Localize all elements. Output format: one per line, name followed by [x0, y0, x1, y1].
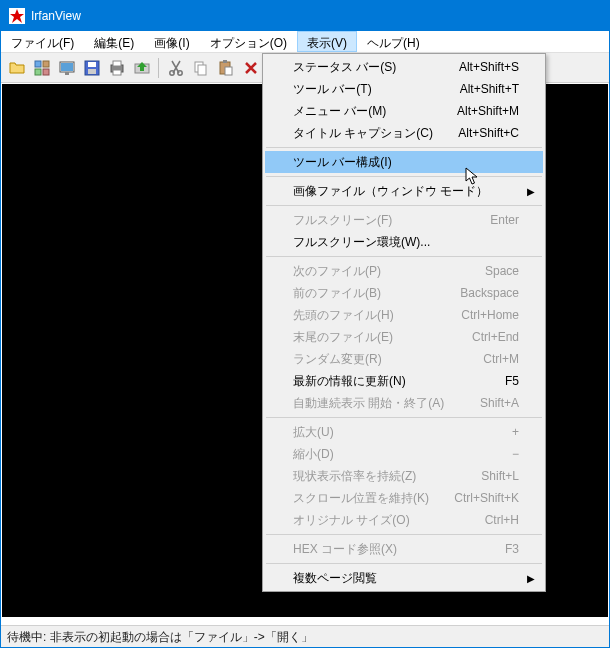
menu-image[interactable]: 画像(I): [144, 31, 199, 52]
menu-shortcut: Enter: [490, 213, 519, 227]
copy-button[interactable]: [189, 56, 212, 79]
menu-shortcut: Ctrl+Home: [461, 308, 519, 322]
menu-item[interactable]: ツール バー(T)Alt+Shift+T: [265, 78, 543, 100]
svg-rect-9: [88, 62, 96, 67]
menu-item: 拡大(U)+: [265, 421, 543, 443]
menu-item-label: 現状表示倍率を持続(Z): [293, 468, 416, 485]
svg-rect-10: [88, 69, 96, 74]
menu-shortcut: −: [512, 447, 519, 461]
svg-rect-1: [35, 61, 41, 67]
menu-shortcut: Shift+A: [480, 396, 519, 410]
menu-item[interactable]: タイトル キャプション(C)Alt+Shift+C: [265, 122, 543, 144]
menu-item[interactable]: 最新の情報に更新(N)F5: [265, 370, 543, 392]
menu-item: 前のファイル(B)Backspace: [265, 282, 543, 304]
menu-separator: [266, 534, 542, 535]
menu-item[interactable]: メニュー バー(M)Alt+Shift+M: [265, 100, 543, 122]
menu-shortcut: Ctrl+Shift+K: [454, 491, 519, 505]
slideshow-button[interactable]: [55, 56, 78, 79]
menu-item: フルスクリーン(F)Enter: [265, 209, 543, 231]
menu-shortcut: Alt+Shift+S: [459, 60, 519, 74]
title-bar: IrfanView: [1, 1, 609, 31]
svg-rect-12: [113, 61, 121, 66]
svg-rect-4: [43, 69, 49, 75]
menu-item-label: 次のファイル(P): [293, 263, 381, 280]
print-button[interactable]: [105, 56, 128, 79]
menu-item: 縮小(D)−: [265, 443, 543, 465]
menu-item: 現状表示倍率を持続(Z)Shift+L: [265, 465, 543, 487]
view-menu-dropdown: ステータス バー(S)Alt+Shift+Sツール バー(T)Alt+Shift…: [262, 53, 546, 592]
menu-item-label: タイトル キャプション(C): [293, 125, 433, 142]
menu-item: HEX コード参照(X)F3: [265, 538, 543, 560]
menu-shortcut: Backspace: [460, 286, 519, 300]
app-icon: [9, 8, 25, 24]
menu-item-label: 拡大(U): [293, 424, 334, 441]
menu-item: スクロール位置を維持(K)Ctrl+Shift+K: [265, 487, 543, 509]
menu-item: 先頭のファイル(H)Ctrl+Home: [265, 304, 543, 326]
menu-shortcut: F5: [505, 374, 519, 388]
menu-bar: ファイル(F) 編集(E) 画像(I) オプション(O) 表示(V) ヘルプ(H…: [1, 31, 609, 53]
menu-item-label: ツール バー(T): [293, 81, 372, 98]
menu-shortcut: Shift+L: [481, 469, 519, 483]
menu-separator: [266, 417, 542, 418]
menu-view[interactable]: 表示(V): [297, 31, 357, 52]
menu-item[interactable]: ステータス バー(S)Alt+Shift+S: [265, 56, 543, 78]
menu-item[interactable]: ツール バー構成(I): [265, 151, 543, 173]
menu-item: 次のファイル(P)Space: [265, 260, 543, 282]
svg-rect-2: [43, 61, 49, 67]
cut-button[interactable]: [164, 56, 187, 79]
status-text: 待機中: 非表示の初起動の場合は「ファイル」->「開く」: [7, 630, 313, 644]
menu-item-label: フルスクリーン(F): [293, 212, 392, 229]
menu-item-label: 先頭のファイル(H): [293, 307, 394, 324]
svg-rect-3: [35, 69, 41, 75]
svg-rect-20: [223, 60, 227, 63]
menu-item-label: フルスクリーン環境(W)...: [293, 234, 430, 251]
svg-rect-7: [65, 72, 69, 75]
menu-item-label: ツール バー構成(I): [293, 154, 392, 171]
menu-item-label: オリジナル サイズ(O): [293, 512, 410, 529]
menu-separator: [266, 176, 542, 177]
save-button[interactable]: [80, 56, 103, 79]
svg-point-16: [177, 70, 181, 74]
svg-rect-6: [61, 63, 73, 71]
menu-item: 自動連続表示 開始・終了(A)Shift+A: [265, 392, 543, 414]
menu-item[interactable]: フルスクリーン環境(W)...: [265, 231, 543, 253]
submenu-arrow-icon: ▶: [527, 573, 535, 584]
acquire-button[interactable]: [130, 56, 153, 79]
menu-shortcut: Ctrl+End: [472, 330, 519, 344]
menu-item-label: HEX コード参照(X): [293, 541, 397, 558]
svg-rect-18: [198, 65, 206, 75]
status-bar: 待機中: 非表示の初起動の場合は「ファイル」->「開く」: [1, 625, 609, 647]
svg-rect-13: [113, 70, 121, 75]
menu-shortcut: F3: [505, 542, 519, 556]
menu-item[interactable]: 複数ページ閲覧▶: [265, 567, 543, 589]
menu-item-label: 末尾のファイル(E): [293, 329, 393, 346]
menu-item-label: ステータス バー(S): [293, 59, 396, 76]
svg-point-15: [169, 70, 173, 74]
menu-item-label: スクロール位置を維持(K): [293, 490, 429, 507]
menu-help[interactable]: ヘルプ(H): [357, 31, 430, 52]
menu-edit[interactable]: 編集(E): [84, 31, 144, 52]
menu-item-label: ランダム変更(R): [293, 351, 382, 368]
submenu-arrow-icon: ▶: [527, 186, 535, 197]
menu-shortcut: Alt+Shift+C: [458, 126, 519, 140]
menu-item: 末尾のファイル(E)Ctrl+End: [265, 326, 543, 348]
toolbar-separator: [158, 58, 159, 78]
menu-separator: [266, 256, 542, 257]
menu-shortcut: Ctrl+M: [483, 352, 519, 366]
menu-item-label: 複数ページ閲覧: [293, 570, 377, 587]
menu-item[interactable]: 画像ファイル（ウィンドウ モード）▶: [265, 180, 543, 202]
menu-separator: [266, 147, 542, 148]
menu-shortcut: +: [512, 425, 519, 439]
menu-shortcut: Alt+Shift+M: [457, 104, 519, 118]
menu-item-label: 縮小(D): [293, 446, 334, 463]
paste-button[interactable]: [214, 56, 237, 79]
menu-item-label: 画像ファイル（ウィンドウ モード）: [293, 183, 488, 200]
menu-options[interactable]: オプション(O): [200, 31, 297, 52]
delete-button[interactable]: [239, 56, 262, 79]
menu-item-label: 前のファイル(B): [293, 285, 381, 302]
open-button[interactable]: [5, 56, 28, 79]
menu-file[interactable]: ファイル(F): [1, 31, 84, 52]
menu-item: ランダム変更(R)Ctrl+M: [265, 348, 543, 370]
menu-item-label: メニュー バー(M): [293, 103, 386, 120]
thumbnails-button[interactable]: [30, 56, 53, 79]
